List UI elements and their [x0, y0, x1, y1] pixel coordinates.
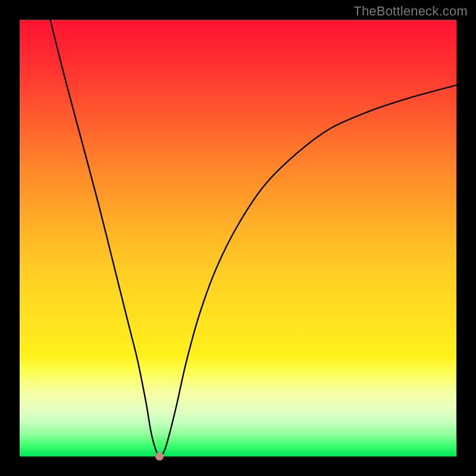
chart-frame: TheBottleneck.com: [0, 0, 476, 476]
plot-area: [20, 20, 456, 456]
optimum-marker: [155, 452, 164, 461]
bottleneck-curve: [20, 20, 456, 456]
watermark-text: TheBottleneck.com: [353, 4, 468, 19]
